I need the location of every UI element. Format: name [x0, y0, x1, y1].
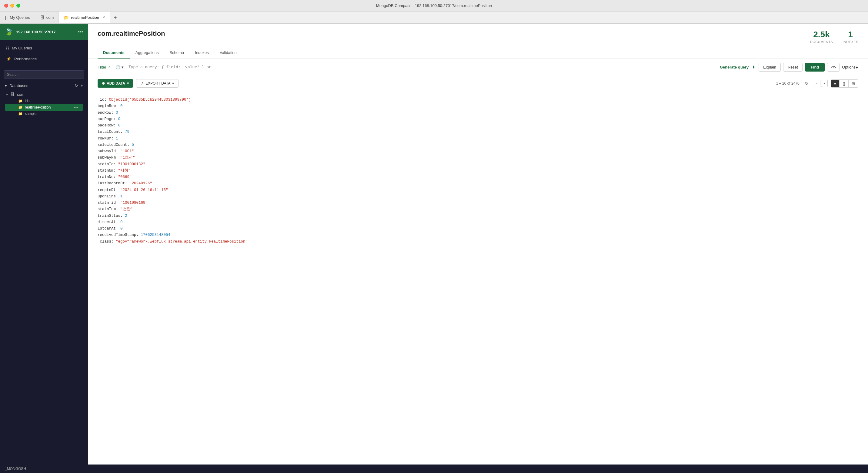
- sidebar-item-performance[interactable]: ⚡ Performance: [0, 53, 88, 64]
- field-key-directat: directAt:: [98, 220, 120, 225]
- collection-sample[interactable]: 📁 sample: [5, 111, 83, 117]
- my-queries-icon: {}: [5, 15, 7, 20]
- tab-aggregations[interactable]: Aggregations: [130, 47, 164, 59]
- tab-my-queries-label: My Queries: [10, 15, 30, 20]
- code-toggle-button[interactable]: </>: [827, 63, 839, 71]
- doc-field-beginrow: beginRow: 0: [98, 103, 858, 110]
- doc-field-lstcarat: lstcarAt: 0: [98, 226, 858, 232]
- query-input[interactable]: [128, 65, 717, 69]
- view-json-button[interactable]: {}: [839, 80, 848, 87]
- com-icon: 🗄: [40, 15, 44, 20]
- field-val-endrow: 0: [116, 111, 118, 115]
- export-data-button[interactable]: ↗ EXPORT DATA ▾: [136, 79, 179, 88]
- database-com-row[interactable]: ▾ 🗄 com: [5, 91, 83, 98]
- connection-string: 192.168.100.50:27017: [16, 30, 56, 34]
- coll-realtime-left: 📁 realtimePosition: [18, 105, 51, 110]
- dropdown-arrow-icon: ▾: [122, 65, 124, 69]
- field-val-trainno: "0669": [118, 175, 132, 179]
- add-tab-button[interactable]: +: [110, 11, 120, 23]
- field-val-pagerow: 0: [118, 123, 121, 128]
- doc-field-pagerow: pageRow: 0: [98, 122, 858, 129]
- doc-field-updnline: updnLine: 1: [98, 194, 858, 200]
- my-queries-nav-icon: {}: [6, 46, 9, 50]
- doc-field-rownum: rowNum: 1: [98, 136, 858, 142]
- field-val-recptndt: "2024-01-26 16:11:16": [120, 188, 168, 192]
- pagination-prev-button[interactable]: ‹: [814, 80, 820, 87]
- collection-realtime-menu-icon[interactable]: •••: [74, 105, 78, 110]
- filter-button[interactable]: Filter ↗: [98, 65, 111, 69]
- collection-sample-label: sample: [25, 112, 37, 116]
- collection-realtimeposition[interactable]: 📁 realtimePosition •••: [5, 104, 83, 111]
- doc-field-recptndt: recptnDt: "2024-01-26 16:11:16": [98, 187, 858, 194]
- generate-query-plus-icon: ✦: [752, 64, 755, 70]
- field-key-rownum: rowNum:: [98, 137, 116, 141]
- find-button[interactable]: Find: [805, 63, 825, 71]
- sidebar-nav: {} My Queries ⚡ Performance: [0, 40, 88, 67]
- doc-field-statnnm: statnNm: "시청": [98, 168, 858, 174]
- field-key-statnid: statnId:: [98, 162, 118, 167]
- pagination-next-button[interactable]: ›: [821, 80, 828, 87]
- field-key-curpage: curPage:: [98, 117, 118, 121]
- minimize-button[interactable]: [10, 4, 14, 7]
- generate-query-button[interactable]: Generate query: [720, 65, 749, 69]
- field-key-statntnm: statnTnm:: [98, 207, 120, 211]
- tab-documents[interactable]: Documents: [98, 47, 130, 59]
- field-val-class: "egovframework.webflux.stream.api.entity…: [116, 239, 248, 244]
- chevron-right-icon: ▾: [6, 92, 8, 97]
- options-chevron-icon: ▸: [856, 65, 858, 69]
- window-title: MongoDB Compass - 192.168.100.50:27017/c…: [376, 3, 492, 8]
- refresh-databases-icon[interactable]: ↻: [74, 83, 78, 88]
- add-database-icon[interactable]: +: [81, 83, 83, 88]
- explain-button[interactable]: Explain: [758, 63, 781, 71]
- field-val-selectedcount: 5: [132, 143, 134, 147]
- pagination-controls: ‹ ›: [814, 80, 828, 87]
- export-icon: ↗: [141, 81, 144, 86]
- field-key-pagerow: pageRow:: [98, 123, 118, 128]
- field-key-updnline: updnLine:: [98, 194, 120, 199]
- view-table-button[interactable]: ⊞: [848, 80, 858, 87]
- close-tab-icon[interactable]: ✕: [102, 16, 105, 20]
- field-val-beginrow: 0: [120, 104, 123, 108]
- field-key-class: _class:: [98, 239, 116, 244]
- field-key-trainsttus: trainSttus:: [98, 214, 125, 218]
- collection-ids[interactable]: 📁 ids: [5, 98, 83, 104]
- doc-field-statntnm: statnTnm: "천안": [98, 206, 858, 212]
- tab-schema[interactable]: Schema: [164, 47, 189, 59]
- tab-realtimeposition[interactable]: 📁 realtimePosition ✕: [59, 11, 110, 23]
- options-button[interactable]: Options ▸: [842, 65, 858, 69]
- search-input[interactable]: [4, 70, 84, 79]
- field-val-statntid: "1001080169": [120, 201, 148, 205]
- field-val-directat: 0: [120, 220, 123, 225]
- databases-header-left: ▾ Databases: [5, 83, 28, 88]
- collection-title: com.realtimePosition: [98, 30, 165, 38]
- content-area: com.realtimePosition 2.5k DOCUMENTS 1 IN…: [88, 24, 868, 465]
- field-val-statnid: "1001000132": [118, 162, 146, 167]
- maximize-button[interactable]: [17, 4, 20, 7]
- field-key-lstcarat: lstcarAt:: [98, 227, 120, 231]
- reset-button[interactable]: Reset: [783, 63, 803, 71]
- tab-validation[interactable]: Validation: [214, 47, 242, 59]
- field-key-selectedcount: selectedCount:: [98, 143, 132, 147]
- field-val-lastrecptndt: "20240126": [129, 181, 152, 185]
- sidebar-item-my-queries[interactable]: {} My Queries: [0, 42, 88, 53]
- tab-com[interactable]: 🗄 com: [35, 11, 59, 23]
- tab-indexes[interactable]: Indexes: [189, 47, 214, 59]
- pagination-refresh-icon[interactable]: ↻: [803, 80, 811, 87]
- database-com: ▾ 🗄 com 📁 ids 📁 realtimePosition •••: [0, 90, 88, 118]
- plus-circle-icon: ⊕: [102, 81, 105, 86]
- doc-field-directat: directAt: 0: [98, 219, 858, 226]
- connection-menu-icon[interactable]: •••: [78, 29, 83, 35]
- doc-field-trainsttus: trainSttus: 2: [98, 213, 858, 219]
- tab-my-queries[interactable]: {} My Queries: [0, 11, 35, 23]
- main-layout: 🍃 192.168.100.50:27017 ••• {} My Queries…: [0, 24, 868, 465]
- options-label: Options: [842, 65, 856, 69]
- close-button[interactable]: [4, 4, 8, 7]
- connection-header[interactable]: 🍃 192.168.100.50:27017 •••: [0, 24, 88, 40]
- view-list-button[interactable]: ≡: [831, 80, 840, 87]
- doc-stats: 2.5k DOCUMENTS 1 INDEXES: [810, 30, 858, 44]
- logo-area: 🍃 192.168.100.50:27017: [5, 28, 56, 36]
- add-data-chevron-icon: ▾: [127, 81, 129, 86]
- add-data-button[interactable]: ⊕ ADD DATA ▾: [98, 79, 133, 88]
- doc-field-statntid: statnTid: "1001080169": [98, 200, 858, 206]
- query-history-button[interactable]: 🕐 ▾: [114, 64, 125, 71]
